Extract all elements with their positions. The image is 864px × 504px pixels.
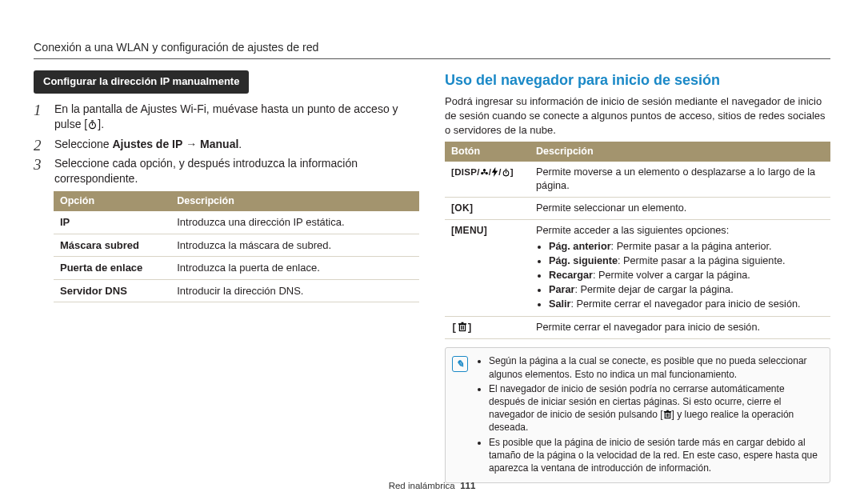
trash-icon [458,322,467,332]
buttons-th-button: Botón [445,142,530,162]
header-rule [34,58,830,59]
list-item: Pág. siguiente: Permite pasar a la págin… [549,254,824,268]
svg-rect-2 [91,120,94,121]
timer-icon [502,168,510,177]
step-2-d: Manual [200,138,238,150]
opt-name: Máscara subred [54,234,170,257]
step-2-b: Ajustes de IP [112,138,182,150]
btn-desc: Permite cerrar el navegador para inicio … [530,317,830,339]
svg-rect-16 [461,322,463,323]
step-2: Seleccione Ajustes de IP → Manual. [34,137,419,152]
note-item-1: Según la página a la cual se conecte, es… [489,354,822,380]
btn-cell-disp: [DISP///] [445,162,530,198]
steps-list: En la pantalla de Ajustes Wi-Fi, muévase… [34,102,419,186]
opt-desc: Introduzca la puerta de enlace. [170,257,419,280]
disp-end: ] [510,167,514,177]
page-header: Conexión a una WLAN y configuración de a… [34,40,830,55]
table-row: [DISP///] Permite moverse a un elemento … [445,162,830,198]
step-3: Seleccione cada opción, y después introd… [34,156,419,186]
li-k: Pág. anterior [549,241,611,252]
btn-desc-menu: Permite acceder a las siguientes opcione… [530,220,830,317]
li-k: Recargar [549,270,593,281]
section-pill-manual-ip: Configurar la dirección IP manualmente [34,70,249,94]
note-list: Según la página a la cual se conecte, es… [476,354,822,476]
note-icon: ✎ [452,356,468,372]
note-item-2: El navegador de inicio de sesión podría … [489,382,822,434]
menu-intro: Permite acceder a las siguientes opcione… [536,224,824,238]
table-row: Máscara subred Introduzca la máscara de … [54,234,419,257]
svg-marker-7 [492,167,498,177]
list-item: Parar: Permite dejar de cargar la página… [549,283,824,297]
options-th-desc: Descripción [170,191,419,211]
opt-desc: Introducir la dirección DNS. [170,279,419,302]
table-row: Puerta de enlace Introduzca la puerta de… [54,257,419,280]
svg-point-3 [483,169,486,171]
table-row: [MENU] Permite acceder a las siguientes … [445,220,830,317]
btn-desc: Permite moverse a un elemento o desplaza… [530,162,830,198]
flower-icon [480,168,489,177]
svg-point-5 [485,172,487,174]
list-item: Recargar: Permite volver a cargar la pág… [549,269,824,282]
step-1: En la pantalla de Ajustes Wi-Fi, muévase… [34,102,419,132]
li-v: : Permite cerrar el navegador para inici… [571,298,801,310]
disp-label: [DISP/ [451,167,480,177]
flash-icon [491,167,498,177]
btn-cell-ok: [OK] [445,198,530,220]
li-k: Salir [549,298,571,310]
opt-desc: Introduzca una dirección IP estática. [170,211,419,234]
section-intro: Podrá ingresar su información de inicio … [445,94,830,137]
opt-desc: Introduzca la máscara de subred. [170,234,419,257]
step-2-c: → [182,138,200,150]
options-th-option: Opción [54,191,170,211]
footer-label: Red inalámbrica [389,481,455,490]
options-table: Opción Descripción IP Introduzca una dir… [54,191,419,302]
note-item-3: Es posible que la página de inicio de se… [489,436,822,475]
page-number: 111 [460,481,475,490]
trash-icon [663,410,672,419]
table-row: IP Introduzca una dirección IP estática. [54,211,419,234]
note-box: ✎ Según la página a la cual se conecte, … [445,347,830,483]
svg-rect-21 [663,411,670,412]
timer-icon [87,119,98,130]
section-heading-browser-login: Uso del navegador para inicio de sesión [445,70,830,90]
step-1-text-b: ]. [98,118,104,130]
step-2-a: Seleccione [54,138,112,150]
table-row: [OK] Permite seleccionar un elemento. [445,198,830,220]
btn-desc: Permite seleccionar un elemento. [530,198,830,220]
table-row: [] Permite cerrar el navegador para inic… [445,317,830,339]
li-v: : Permite dejar de cargar la página. [574,284,733,295]
svg-rect-15 [458,323,466,324]
li-k: Pág. siguiente [549,255,618,266]
list-item: Salir: Permite cerrar el navegador para … [549,298,824,311]
btn-cell-trash: [] [445,317,530,339]
svg-rect-22 [666,410,669,411]
buttons-th-desc: Descripción [530,142,830,162]
bracket-open: [ [451,322,458,334]
li-v: : Permite pasar a la página anterior. [611,241,772,252]
list-item: Pág. anterior: Permite pasar a la página… [549,240,824,254]
buttons-table: Botón Descripción [DISP///] Permite move… [445,142,830,339]
svg-point-6 [483,171,485,173]
opt-name: Puerta de enlace [54,257,170,280]
li-v: : Permite volver a cargar la página. [593,270,750,281]
svg-point-8 [503,170,509,176]
opt-name: IP [54,211,170,234]
svg-rect-10 [505,169,506,170]
page-footer: Red inalámbrica 111 [0,480,864,493]
right-column: Uso del navegador para inicio de sesión … [445,70,830,483]
svg-point-4 [481,172,483,174]
table-row: Servidor DNS Introducir la dirección DNS… [54,279,419,302]
step-1-text-a: En la pantalla de Ajustes Wi-Fi, muévase… [54,102,398,130]
bracket-close: ] [467,322,474,334]
step-2-e: . [238,138,242,150]
li-v: : Permite pasar a la página siguiente. [618,255,785,266]
left-column: Configurar la dirección IP manualmente E… [34,70,419,483]
btn-cell-menu: [MENU] [445,220,530,317]
li-k: Parar [549,284,574,295]
opt-name: Servidor DNS [54,279,170,302]
